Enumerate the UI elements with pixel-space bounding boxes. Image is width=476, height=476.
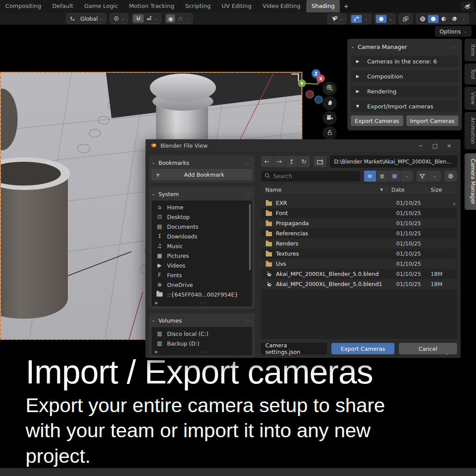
file-row[interactable]: Akai_MPC_2000XL_Blender_5.0.blend 01/10/… [261, 269, 457, 279]
maximize-button[interactable]: □ [428, 142, 442, 149]
show-gizmo-toggle[interactable] [351, 15, 362, 23]
panel-drag-handle[interactable]: :::: [245, 192, 252, 197]
falloff-dropdown[interactable]: ⌄ [175, 15, 191, 22]
snap-settings-dropdown[interactable]: ⌄ [144, 15, 160, 22]
view-layer-icon[interactable] [461, 1, 473, 11]
lock-view-button[interactable] [323, 126, 337, 140]
pan-hand-button[interactable] [323, 96, 337, 110]
file-row[interactable]: Propaganda 01/10/25 [261, 218, 457, 228]
selectability-dropdown[interactable]: ⌄ [329, 15, 346, 23]
directory-path-field[interactable]: D:\Blender Market\Akai_MPC_2000XL_Blen..… [330, 156, 457, 167]
expand-arrow-icon[interactable]: ▶ [155, 301, 158, 305]
sidebar-tab[interactable]: Tool [465, 63, 476, 84]
sidebar-tab[interactable]: View [465, 87, 476, 110]
scroll-left-icon[interactable]: < [453, 201, 456, 206]
thumbnail-view-button[interactable]: ⊞ [389, 171, 401, 182]
show-overlays-toggle[interactable] [376, 15, 387, 23]
volume-list-item[interactable]: ▥ Backup (D:) [152, 338, 252, 348]
bookmarks-header[interactable]: ⌄ Bookmarks :::: [152, 158, 252, 167]
file-row[interactable]: EXR 01/10/25 [261, 198, 457, 208]
system-list-item[interactable]: ▶ Videos [152, 260, 252, 270]
column-divider[interactable] [387, 186, 387, 193]
gizmo-dropdown[interactable]: ⌄ [362, 15, 370, 23]
workspace-tab[interactable]: Video Editing [257, 0, 306, 12]
system-header[interactable]: ⌄ System :::: [152, 190, 252, 198]
display-settings-dropdown[interactable]: ⌄ [401, 171, 413, 182]
workspace-tab[interactable]: Compositing [0, 0, 47, 12]
sort-desc-icon[interactable]: ▼ [380, 188, 387, 192]
export-cameras-confirm-button[interactable]: Export Cameras [331, 343, 394, 354]
export-cameras-button[interactable]: Export Cameras [351, 115, 403, 126]
wireframe-shading-button[interactable] [417, 15, 428, 23]
file-row[interactable]: Referencias 01/10/25 [261, 228, 457, 238]
zoom-button[interactable] [323, 82, 337, 96]
file-browser-settings-button[interactable] [444, 171, 457, 182]
camera-manager-header[interactable]: ⌄ Camera Manager :::: [351, 41, 458, 52]
parent-directory-button[interactable]: ↥ [286, 156, 298, 167]
resize-grip[interactable]: :::: [158, 301, 249, 305]
vertical-list-view-button[interactable]: ≡ [364, 171, 376, 182]
import-cameras-button[interactable]: Import Cameras [406, 115, 459, 126]
system-list-item[interactable]: ♫ Music [152, 241, 252, 251]
pivot-point-dropdown[interactable]: ⌄ [111, 15, 127, 22]
workspace-tab[interactable]: Game Logic [79, 0, 123, 12]
column-name[interactable]: Name [265, 186, 282, 193]
sidebar-tab[interactable]: Camera Manager [465, 153, 476, 210]
solid-shading-button[interactable] [428, 15, 439, 23]
system-list-item[interactable]: ⊕ OneDrive [152, 280, 252, 290]
sidebar-tab[interactable]: Item [465, 39, 476, 61]
system-list-item[interactable]: F Fonts [152, 270, 252, 280]
shading-dropdown[interactable]: ⌄ [460, 15, 468, 23]
overlays-dropdown[interactable]: ⌄ [387, 15, 394, 23]
system-list-item[interactable]: ⊡ Desktop [152, 212, 252, 222]
sidebar-tab[interactable]: Animation [465, 112, 476, 149]
subpanel-header[interactable]: ▼ Export/Import cameras [351, 100, 458, 112]
file-row[interactable]: Font 01/10/25 [261, 208, 457, 218]
system-list-item[interactable]: ▦ Pictures [152, 251, 252, 260]
workspace-tab[interactable]: Default [47, 0, 79, 12]
resize-grip[interactable]: :::: [158, 350, 249, 354]
back-button[interactable]: ← [261, 156, 273, 167]
workspace-tab[interactable]: Shading [306, 0, 340, 12]
column-date[interactable]: Date [391, 186, 426, 193]
proportional-edit-toggle[interactable]: ◉ [166, 15, 175, 22]
material-preview-button[interactable] [439, 15, 449, 23]
panel-drag-handle[interactable]: :::: [451, 45, 458, 49]
search-input[interactable]: Search [261, 171, 361, 182]
forward-button[interactable]: → [273, 156, 285, 167]
file-row[interactable]: Uvs 01/10/25 [261, 259, 457, 269]
system-scrollbar[interactable] [249, 204, 251, 270]
panel-drag-handle[interactable]: :::: [245, 318, 252, 323]
caret-up-icon[interactable]: ⌃ [446, 353, 449, 358]
add-bookmark-button[interactable]: + Add Bookmark [152, 169, 252, 180]
filter-settings-dropdown[interactable]: ⌄ [429, 171, 441, 182]
transform-orientation-dropdown[interactable]: Global⌄ [78, 15, 105, 22]
workspace-tab[interactable]: Scripting [180, 0, 216, 12]
file-row[interactable]: Textures 01/10/25 [261, 249, 457, 259]
close-button[interactable]: × [442, 142, 456, 149]
system-list-item[interactable]: ::{645FF040...002F954E} [152, 290, 252, 299]
panel-drag-handle[interactable]: :::: [245, 160, 252, 165]
subpanel-header[interactable]: ▶ Rendering [351, 86, 458, 97]
subpanel-header[interactable]: ▶ Composition [351, 71, 458, 82]
workspace-tab[interactable]: Motion Tracking [124, 0, 179, 12]
workspace-tab[interactable]: UV Editing [216, 0, 257, 12]
expand-arrow-icon[interactable]: ▶ [155, 350, 158, 354]
system-list-item[interactable]: ↧ Downloads [152, 231, 252, 241]
system-list-item[interactable]: ▤ Documents [152, 222, 252, 231]
rendered-shading-button[interactable] [449, 15, 460, 23]
volume-list-item[interactable]: ▥ Disco local (C:) [152, 329, 252, 338]
system-list-item[interactable]: ⌂ Home [152, 202, 252, 212]
options-button[interactable]: Options⌄ [435, 26, 472, 37]
window-titlebar[interactable]: Blender File View − □ × [145, 139, 461, 152]
filter-button[interactable] [416, 171, 428, 182]
snap-toggle[interactable] [133, 15, 144, 22]
column-size[interactable]: Size [431, 186, 453, 193]
xray-toggle[interactable] [400, 15, 411, 23]
file-row[interactable]: Akai_MPC_2000XL_Blender_5.0.blend1 01/10… [261, 279, 457, 289]
minimize-button[interactable]: − [414, 142, 428, 149]
camera-view-button[interactable] [323, 111, 337, 125]
horizontal-list-view-button[interactable]: ≣ [376, 171, 388, 182]
add-workspace-button[interactable]: + [340, 0, 352, 12]
create-new-directory-button[interactable] [313, 156, 327, 167]
